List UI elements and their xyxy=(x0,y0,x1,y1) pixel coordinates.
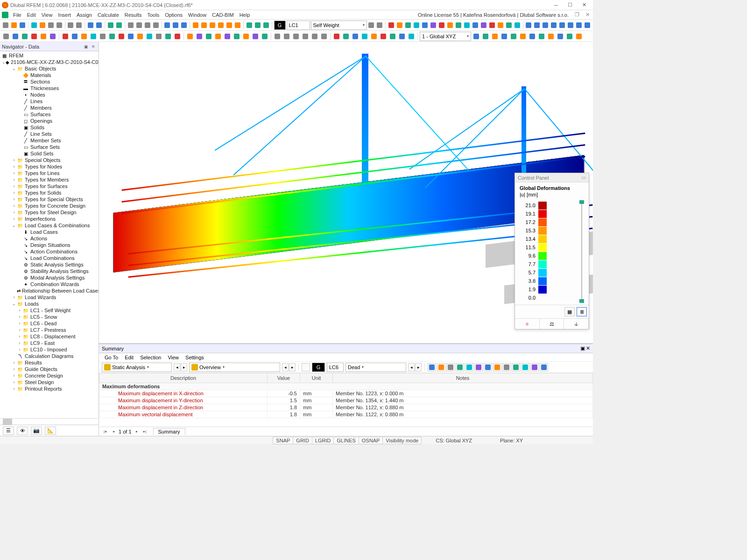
tree-item[interactable]: 〽Calculation Diagrams xyxy=(0,353,99,359)
summary-view-dropdown[interactable]: Overview▾ xyxy=(189,363,280,372)
tree-item[interactable]: ›📁Types for Surfaces xyxy=(0,183,99,189)
tree-item[interactable]: ›📁Concrete Design xyxy=(0,372,99,379)
status-lgrid[interactable]: LGRID xyxy=(312,437,334,444)
view3-icon[interactable] xyxy=(144,21,151,29)
tree-item[interactable]: ╱Line Sets xyxy=(0,131,99,137)
menu-tools[interactable]: Tools xyxy=(144,11,162,19)
coord-system-select[interactable]: 1 - Global XYZ▾ xyxy=(420,32,471,41)
tree-root[interactable]: ▦ RFEM xyxy=(0,52,99,59)
menu-edit[interactable]: Edit xyxy=(24,11,39,19)
view4-icon[interactable] xyxy=(152,21,160,29)
filter-f9-icon[interactable] xyxy=(261,32,269,41)
cursor-icon[interactable] xyxy=(2,32,10,41)
table-row[interactable]: Maximum displacement in Z-direction1.8mm… xyxy=(99,404,593,411)
expander-icon[interactable]: › xyxy=(11,164,17,169)
tree-item[interactable]: ›📁Printout Reports xyxy=(0,385,99,392)
page-last[interactable]: ▸| xyxy=(142,428,148,435)
expander-icon[interactable]: › xyxy=(11,217,17,221)
summary-menu-selection[interactable]: Selection xyxy=(137,354,164,361)
tree-item[interactable]: ›📁LC8 - Displacement xyxy=(0,333,99,340)
support3-icon[interactable] xyxy=(262,21,270,29)
expander-icon[interactable]: › xyxy=(11,158,17,162)
menu-view[interactable]: View xyxy=(39,11,56,19)
grid-g10-icon[interactable] xyxy=(556,32,564,41)
ax2-icon[interactable] xyxy=(533,21,541,29)
undo-icon[interactable] xyxy=(87,21,94,29)
lc-next-icon[interactable] xyxy=(376,21,383,29)
summary-grid[interactable]: DescriptionValueUnitNotes Maximum deform… xyxy=(99,373,593,427)
table-row[interactable]: Maximum vectorial displacement1.8mmMembe… xyxy=(99,411,593,418)
calc-icon[interactable] xyxy=(107,21,114,29)
r2-icon[interactable] xyxy=(396,21,403,29)
page-prev[interactable]: ◂ xyxy=(110,428,117,435)
r8-icon[interactable] xyxy=(446,21,454,29)
tree-project[interactable]: ⌄ ◆ 21106-MCE-XX-ZZ-M3-C-2010-S4-C04 (Cl… xyxy=(0,59,99,65)
draw-member-icon[interactable] xyxy=(80,32,88,41)
tree-item[interactable]: ›📁LC6 - Dead xyxy=(0,320,99,327)
expander-icon[interactable]: › xyxy=(11,177,17,182)
tree-item[interactable]: •Nodes xyxy=(0,91,99,98)
control-panel-header[interactable]: Control Panel ▭ xyxy=(515,173,589,182)
sum-find-button[interactable] xyxy=(428,363,436,371)
tree-item[interactable]: ›📁LC5 - Snow xyxy=(0,314,99,320)
tree-item[interactable]: ›📁Types for Special Objects xyxy=(0,196,99,203)
filter-f6-icon[interactable] xyxy=(233,32,241,41)
zoomsel-icon[interactable] xyxy=(320,32,328,41)
tree-item[interactable]: ⇄Relationship Between Load Cases xyxy=(0,287,99,294)
r4-icon[interactable] xyxy=(413,21,420,29)
ax1-icon[interactable] xyxy=(525,21,532,29)
open-icon[interactable] xyxy=(10,21,18,29)
sum-excel-button[interactable] xyxy=(521,363,529,371)
expander-icon[interactable]: › xyxy=(11,197,17,202)
tree-item[interactable]: ▣Solids xyxy=(0,124,99,131)
expander-icon[interactable]: › xyxy=(17,315,22,319)
maximize-button[interactable]: ☐ xyxy=(563,0,577,10)
r11-icon[interactable] xyxy=(472,21,479,29)
res8-icon[interactable] xyxy=(398,32,406,41)
sum-copy-button[interactable] xyxy=(493,363,501,371)
filter-f4-icon[interactable] xyxy=(214,32,222,41)
r7-icon[interactable] xyxy=(438,21,445,29)
summary-pin-button[interactable]: ▣ xyxy=(580,345,585,351)
status-snap[interactable]: SNAP xyxy=(273,437,293,444)
move-icon[interactable] xyxy=(11,32,20,41)
load2-icon[interactable] xyxy=(200,21,208,29)
redo-icon[interactable] xyxy=(95,21,103,29)
grid-g3-icon[interactable] xyxy=(491,32,499,41)
grid-g12-icon[interactable] xyxy=(575,32,583,41)
expander-icon[interactable]: › xyxy=(11,386,17,391)
control-panel-close-button[interactable]: ▭ xyxy=(581,175,586,181)
tree-item[interactable]: ⚙Modal Analysis Settings xyxy=(0,274,99,281)
expander-icon[interactable]: ⌄ xyxy=(11,223,17,228)
status-glines[interactable]: GLINES xyxy=(333,437,359,444)
nav-tab-camera[interactable]: 📷 xyxy=(31,427,42,435)
navigator-close-button[interactable]: ✕ xyxy=(90,43,97,50)
expander-icon[interactable]: › xyxy=(17,321,22,326)
rotate-icon[interactable] xyxy=(21,32,29,41)
menu-file[interactable]: File xyxy=(10,11,24,19)
tree-item[interactable]: ↘Action Combinations xyxy=(0,248,99,255)
expander-icon[interactable]: ⌄ xyxy=(2,60,6,64)
expander-icon[interactable]: › xyxy=(11,373,17,378)
sum-help-button[interactable] xyxy=(540,363,548,371)
model-icon[interactable] xyxy=(39,21,46,29)
tree-item[interactable]: 🔶Materials xyxy=(0,72,99,78)
summary-menu-view[interactable]: View xyxy=(165,354,182,361)
draw-solid-icon[interactable] xyxy=(99,32,107,41)
tree-item[interactable]: ⌄📁Basic Objects xyxy=(0,65,99,72)
ax8-icon[interactable] xyxy=(584,21,591,29)
expander-icon[interactable]: › xyxy=(11,210,17,215)
tree-item[interactable]: 〓Sections xyxy=(0,78,99,85)
save-icon[interactable] xyxy=(19,21,26,29)
lc-name-select[interactable]: Self Weight▾ xyxy=(311,21,367,30)
mdi-close-button[interactable]: ✕ xyxy=(584,11,591,19)
ax7-icon[interactable] xyxy=(575,21,583,29)
sum-export-button[interactable] xyxy=(456,363,464,371)
control-panel[interactable]: Control Panel ▭ Global Deformations |u| … xyxy=(514,173,589,329)
cp-tab-filter[interactable]: ⫝ xyxy=(564,319,589,329)
table-row[interactable]: Maximum displacement in Y-direction1.5mm… xyxy=(99,397,593,404)
tree-item[interactable]: ╱Member Sets xyxy=(0,137,99,144)
r3-icon[interactable] xyxy=(404,21,412,29)
sum-select-button[interactable] xyxy=(437,363,445,371)
grid-g9-icon[interactable] xyxy=(547,32,555,41)
